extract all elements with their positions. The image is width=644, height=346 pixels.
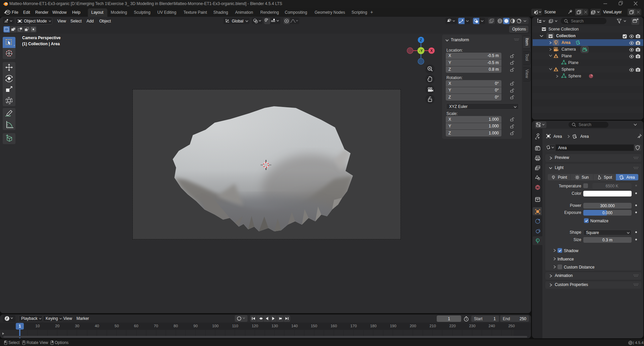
svg-text:Z: Z: [420, 38, 422, 42]
svg-text:X: X: [430, 49, 433, 53]
svg-text:-Y: -Y: [419, 49, 423, 53]
